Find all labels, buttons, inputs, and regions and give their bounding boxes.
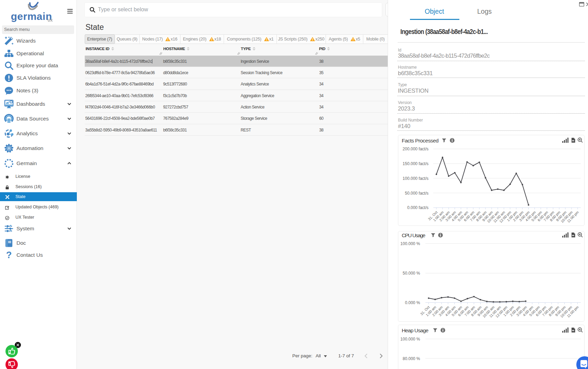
svg-text:?: ? (6, 250, 12, 260)
svg-text:50.000 %: 50.000 % (403, 271, 420, 276)
svg-text:0.000 %: 0.000 % (405, 300, 420, 305)
svg-text:80.000 %: 80.000 % (403, 356, 420, 361)
svg-text:100.000 %: 100.000 % (400, 241, 420, 246)
svg-text:0.000 fact/s: 0.000 fact/s (407, 205, 428, 210)
svg-text:50.000 fact/s: 50.000 fact/s (405, 191, 428, 196)
svg-text:100.000 fact/s: 100.000 fact/s (403, 176, 428, 181)
svg-text:100.000 %: 100.000 % (400, 337, 420, 342)
svg-text:150.000 fact/s: 150.000 fact/s (403, 161, 428, 166)
svg-text:200.000 fact/s: 200.000 fact/s (403, 147, 428, 151)
